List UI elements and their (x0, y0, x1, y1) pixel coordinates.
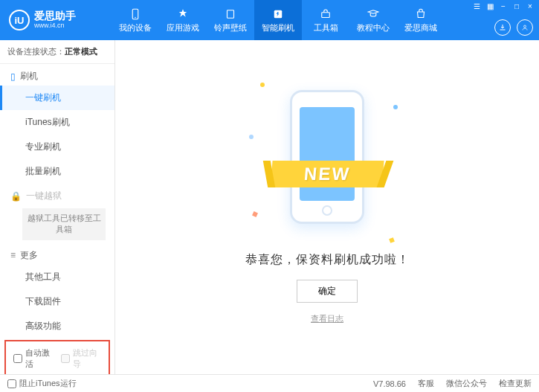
checkbox-skip-guide[interactable]: 跳过向导 (61, 347, 101, 370)
svg-point-5 (524, 25, 526, 28)
status-label: 设备连接状态： (7, 47, 65, 56)
nav-ringtone[interactable]: 铃声壁纸 (207, 0, 254, 40)
footer-support[interactable]: 客服 (418, 378, 434, 389)
logo-area: iU 爱思助手 www.i4.cn (0, 10, 112, 30)
sidebar-item-other-tools[interactable]: 其他工具 (0, 265, 114, 289)
svg-point-1 (135, 16, 136, 18)
header-right-buttons (494, 19, 533, 36)
logo-icon: iU (9, 10, 30, 30)
status-value: 正常模式 (65, 47, 97, 56)
svg-rect-4 (322, 12, 330, 17)
version-label: V7.98.66 (373, 379, 406, 388)
checkbox-label: 跳过向导 (73, 347, 101, 370)
ringtone-icon (224, 7, 237, 21)
grid-icon[interactable]: ▦ (485, 1, 494, 10)
nav-shop[interactable]: 爱思商城 (397, 0, 445, 40)
checkbox-auto-activate[interactable]: 自动激活 (13, 347, 54, 370)
more-icon: ≡ (10, 250, 16, 260)
sidebar-item-download-firmware[interactable]: 下载固件 (0, 289, 114, 314)
toolbox-icon (319, 7, 332, 21)
section-label: 更多 (20, 249, 38, 262)
section-flash[interactable]: ▯ 刷机 (0, 64, 114, 86)
new-banner: NEW (270, 161, 384, 187)
user-button[interactable] (517, 19, 533, 36)
nav-apps[interactable]: 应用游戏 (159, 0, 207, 40)
checkbox-block-itunes[interactable]: 阻止iTunes运行 (7, 378, 77, 389)
nav-label: 教程中心 (357, 22, 390, 33)
sidebar-item-pro-flash[interactable]: 专业刷机 (0, 135, 114, 159)
phone-icon: ▯ (10, 71, 16, 82)
nav-label: 智能刷机 (262, 22, 294, 33)
section-more[interactable]: ≡ 更多 (0, 243, 114, 265)
top-nav: 我的设备 应用游戏 铃声壁纸 智能刷机 工具箱 教程中心 爱思商城 (112, 0, 445, 40)
nav-flash[interactable]: 智能刷机 (254, 0, 302, 40)
nav-label: 铃声壁纸 (214, 22, 247, 33)
minimize-icon[interactable]: − (499, 1, 508, 10)
sidebar-item-itunes-flash[interactable]: iTunes刷机 (0, 110, 114, 135)
sidebar: 设备连接状态：正常模式 ▯ 刷机 一键刷机 iTunes刷机 专业刷机 批量刷机… (0, 40, 115, 374)
shop-icon (414, 7, 427, 21)
footer: 阻止iTunes运行 V7.98.66 客服 微信公众号 检查更新 (0, 374, 539, 392)
download-button[interactable] (494, 19, 511, 36)
menu-icon[interactable]: ☰ (472, 1, 481, 10)
maximize-icon[interactable]: □ (512, 1, 521, 10)
nav-label: 工具箱 (314, 22, 338, 33)
success-illustration: NEW (283, 90, 372, 239)
highlighted-options: 自动激活 跳过向导 (4, 340, 110, 374)
section-jailbreak: 🔒 一键越狱 (0, 184, 114, 205)
app-title: 爱思助手 (34, 10, 76, 22)
jailbreak-note: 越狱工具已转移至工具箱 (22, 208, 106, 240)
sidebar-item-batch-flash[interactable]: 批量刷机 (0, 159, 114, 184)
checkbox-label: 阻止iTunes运行 (19, 378, 77, 389)
nav-label: 爱思商城 (404, 22, 437, 33)
nav-my-device[interactable]: 我的设备 (112, 0, 159, 40)
svg-rect-2 (227, 10, 234, 18)
sidebar-item-oneclick-flash[interactable]: 一键刷机 (0, 86, 114, 110)
main-content: NEW 恭喜您，保资料刷机成功啦！ 确定 查看日志 (115, 40, 539, 374)
device-icon (129, 7, 142, 21)
footer-wechat[interactable]: 微信公众号 (446, 378, 487, 389)
sidebar-item-advanced[interactable]: 高级功能 (0, 314, 114, 338)
section-label: 刷机 (20, 70, 38, 83)
footer-check-update[interactable]: 检查更新 (499, 378, 532, 389)
lock-icon: 🔒 (10, 191, 22, 202)
nav-label: 应用游戏 (167, 22, 199, 33)
flash-icon (271, 7, 285, 21)
view-log-link[interactable]: 查看日志 (311, 313, 343, 324)
section-label: 一键越狱 (26, 190, 62, 202)
close-icon[interactable]: × (526, 1, 535, 10)
nav-label: 我的设备 (119, 22, 152, 33)
connection-status: 设备连接状态：正常模式 (0, 40, 114, 64)
ok-button[interactable]: 确定 (297, 280, 358, 303)
app-header: iU 爱思助手 www.i4.cn 我的设备 应用游戏 铃声壁纸 智能刷机 工具… (0, 0, 539, 40)
window-controls: ☰ ▦ − □ × (472, 1, 535, 10)
apps-icon (176, 7, 190, 21)
nav-toolbox[interactable]: 工具箱 (302, 0, 349, 40)
nav-tutorial[interactable]: 教程中心 (349, 0, 397, 40)
tutorial-icon (367, 7, 380, 21)
checkbox-label: 自动激活 (25, 347, 54, 370)
app-subtitle: www.i4.cn (34, 22, 76, 30)
success-message: 恭喜您，保资料刷机成功啦！ (245, 252, 410, 268)
